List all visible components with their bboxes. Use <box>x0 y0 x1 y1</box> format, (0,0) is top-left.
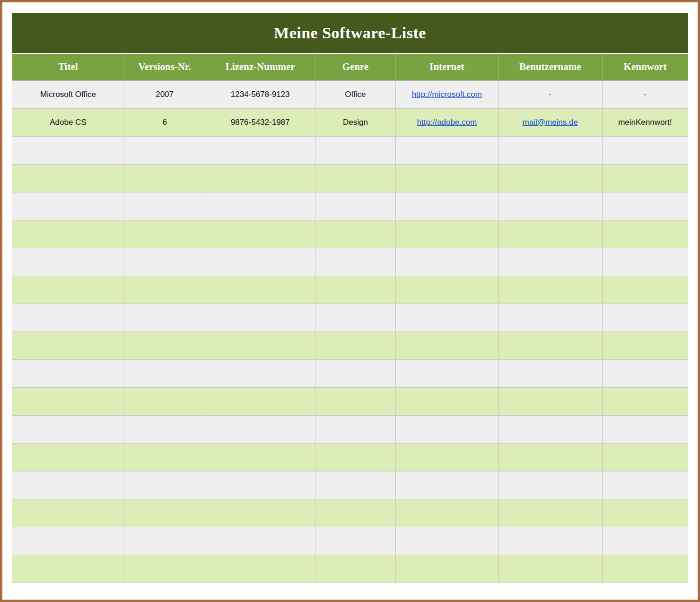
cell-genre[interactable] <box>315 304 395 332</box>
cell-titel[interactable] <box>12 164 124 192</box>
cell-internet[interactable] <box>395 527 498 555</box>
cell-internet[interactable] <box>395 359 498 387</box>
cell-internet[interactable]: http://microsoft.com <box>395 80 498 108</box>
cell-genre[interactable] <box>315 499 395 527</box>
cell-titel[interactable] <box>12 415 124 443</box>
cell-internet[interactable] <box>395 248 498 276</box>
cell-kennwort[interactable] <box>602 220 688 248</box>
cell-versions-nr[interactable] <box>124 136 205 164</box>
cell-genre[interactable] <box>315 387 395 415</box>
cell-benutzername[interactable] <box>498 276 602 304</box>
cell-titel[interactable] <box>12 555 124 583</box>
cell-lizenz-nummer[interactable] <box>205 192 315 220</box>
cell-benutzername[interactable] <box>498 136 602 164</box>
cell-internet[interactable] <box>395 499 498 527</box>
cell-genre[interactable] <box>315 248 395 276</box>
cell-lizenz-nummer[interactable]: 9876-5432-1987 <box>205 108 315 136</box>
cell-lizenz-nummer[interactable] <box>205 220 315 248</box>
cell-titel[interactable] <box>12 248 124 276</box>
cell-kennwort[interactable] <box>602 443 688 471</box>
cell-kennwort[interactable] <box>602 359 688 387</box>
cell-lizenz-nummer[interactable] <box>205 555 315 583</box>
cell-lizenz-nummer[interactable] <box>205 248 315 276</box>
cell-genre[interactable] <box>315 443 395 471</box>
cell-versions-nr[interactable] <box>124 359 205 387</box>
cell-versions-nr[interactable] <box>124 164 205 192</box>
cell-benutzername[interactable] <box>498 527 602 555</box>
cell-internet[interactable]: http://adobe.com <box>395 108 498 136</box>
cell-titel[interactable]: Microsoft Office <box>12 80 124 108</box>
cell-benutzername[interactable] <box>498 332 602 359</box>
cell-kennwort[interactable] <box>602 415 688 443</box>
cell-benutzername[interactable] <box>498 443 602 471</box>
cell-benutzername[interactable] <box>498 415 602 443</box>
hyperlink[interactable]: http://microsoft.com <box>412 90 482 99</box>
cell-internet[interactable] <box>395 415 498 443</box>
cell-versions-nr[interactable] <box>124 387 205 415</box>
cell-titel[interactable] <box>12 220 124 248</box>
cell-lizenz-nummer[interactable]: 1234-5678-9123 <box>205 80 315 108</box>
cell-internet[interactable] <box>395 555 498 583</box>
cell-internet[interactable] <box>395 192 498 220</box>
cell-internet[interactable] <box>395 136 498 164</box>
cell-lizenz-nummer[interactable] <box>205 471 315 499</box>
cell-genre[interactable] <box>315 555 395 583</box>
cell-lizenz-nummer[interactable] <box>205 304 315 332</box>
cell-titel[interactable] <box>12 359 124 387</box>
cell-versions-nr[interactable] <box>124 471 205 499</box>
cell-genre[interactable] <box>315 164 395 192</box>
hyperlink[interactable]: http://adobe.com <box>417 118 477 127</box>
cell-versions-nr[interactable]: 2007 <box>124 80 205 108</box>
cell-benutzername[interactable] <box>498 248 602 276</box>
cell-versions-nr[interactable]: 6 <box>124 108 205 136</box>
cell-benutzername[interactable]: mail@meins.de <box>498 108 602 136</box>
cell-kennwort[interactable] <box>602 248 688 276</box>
cell-kennwort[interactable] <box>602 332 688 359</box>
cell-internet[interactable] <box>395 304 498 332</box>
cell-lizenz-nummer[interactable] <box>205 276 315 304</box>
cell-genre[interactable]: Office <box>315 80 395 108</box>
cell-kennwort[interactable] <box>602 555 688 583</box>
cell-benutzername[interactable] <box>498 387 602 415</box>
cell-benutzername[interactable] <box>498 555 602 583</box>
cell-genre[interactable] <box>315 471 395 499</box>
cell-benutzername[interactable] <box>498 164 602 192</box>
cell-versions-nr[interactable] <box>124 527 205 555</box>
cell-titel[interactable]: Adobe CS <box>12 108 124 136</box>
cell-titel[interactable] <box>12 387 124 415</box>
cell-benutzername[interactable] <box>498 304 602 332</box>
cell-benutzername[interactable] <box>498 192 602 220</box>
cell-versions-nr[interactable] <box>124 443 205 471</box>
cell-versions-nr[interactable] <box>124 304 205 332</box>
cell-lizenz-nummer[interactable] <box>205 415 315 443</box>
cell-titel[interactable] <box>12 527 124 555</box>
cell-lizenz-nummer[interactable] <box>205 332 315 359</box>
cell-lizenz-nummer[interactable] <box>205 359 315 387</box>
cell-lizenz-nummer[interactable] <box>205 527 315 555</box>
cell-kennwort[interactable] <box>602 499 688 527</box>
cell-genre[interactable]: Design <box>315 108 395 136</box>
cell-kennwort[interactable]: meinKennwort! <box>602 108 688 136</box>
cell-genre[interactable] <box>315 220 395 248</box>
cell-internet[interactable] <box>395 276 498 304</box>
hyperlink[interactable]: mail@meins.de <box>523 118 578 127</box>
cell-genre[interactable] <box>315 192 395 220</box>
cell-genre[interactable] <box>315 359 395 387</box>
cell-versions-nr[interactable] <box>124 555 205 583</box>
cell-kennwort[interactable]: - <box>602 80 688 108</box>
cell-versions-nr[interactable] <box>124 332 205 359</box>
cell-versions-nr[interactable] <box>124 220 205 248</box>
cell-kennwort[interactable] <box>602 192 688 220</box>
cell-genre[interactable] <box>315 527 395 555</box>
cell-benutzername[interactable]: - <box>498 80 602 108</box>
cell-titel[interactable] <box>12 192 124 220</box>
cell-benutzername[interactable] <box>498 359 602 387</box>
cell-kennwort[interactable] <box>602 471 688 499</box>
cell-kennwort[interactable] <box>602 387 688 415</box>
cell-genre[interactable] <box>315 332 395 359</box>
cell-lizenz-nummer[interactable] <box>205 136 315 164</box>
cell-genre[interactable] <box>315 415 395 443</box>
cell-benutzername[interactable] <box>498 220 602 248</box>
cell-titel[interactable] <box>12 304 124 332</box>
cell-benutzername[interactable] <box>498 471 602 499</box>
